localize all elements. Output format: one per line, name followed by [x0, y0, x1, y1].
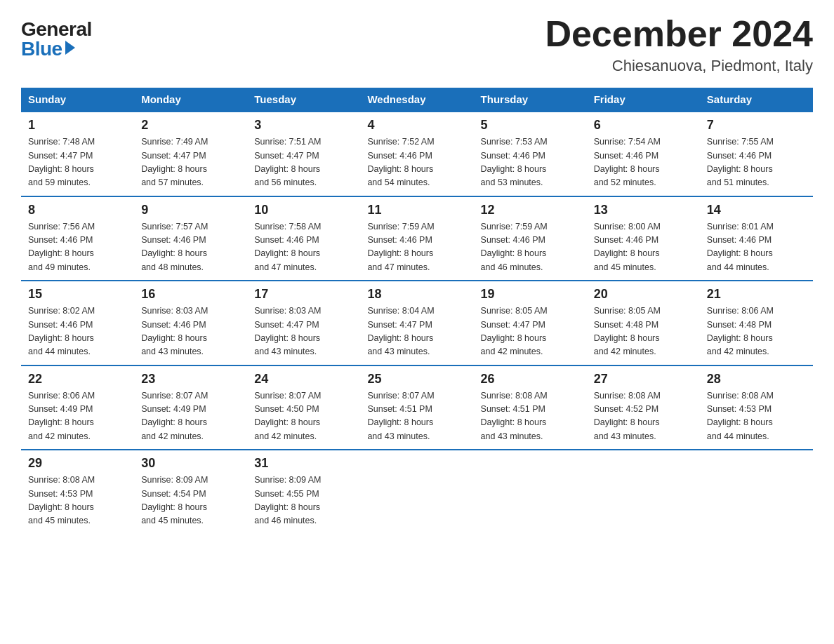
day-number: 15	[28, 287, 127, 302]
calendar-day-cell: 29 Sunrise: 8:08 AM Sunset: 4:53 PM Dayl…	[21, 450, 134, 534]
calendar-day-cell: 13 Sunrise: 8:00 AM Sunset: 4:46 PM Dayl…	[587, 196, 700, 281]
day-number: 20	[594, 287, 693, 302]
calendar-day-cell: 11 Sunrise: 7:59 AM Sunset: 4:46 PM Dayl…	[360, 196, 473, 281]
calendar-day-cell: 5 Sunrise: 7:53 AM Sunset: 4:46 PM Dayli…	[474, 112, 587, 196]
day-detail: Sunrise: 8:08 AM Sunset: 4:52 PM Dayligh…	[594, 389, 693, 444]
weekday-header-sunday: Sunday	[21, 88, 134, 112]
day-number: 24	[254, 372, 353, 387]
day-number: 12	[481, 203, 580, 217]
day-detail: Sunrise: 7:54 AM Sunset: 4:46 PM Dayligh…	[594, 135, 693, 190]
day-number: 13	[594, 203, 693, 217]
day-number: 9	[141, 203, 240, 217]
calendar-day-cell: 2 Sunrise: 7:49 AM Sunset: 4:47 PM Dayli…	[134, 112, 247, 196]
day-number: 1	[28, 118, 127, 133]
weekday-header-thursday: Thursday	[474, 88, 587, 112]
calendar-day-cell: 4 Sunrise: 7:52 AM Sunset: 4:46 PM Dayli…	[360, 112, 473, 196]
day-number: 4	[367, 118, 466, 133]
weekday-header-monday: Monday	[134, 88, 247, 112]
title-area: December 2024 Chiesanuova, Piedmont, Ita…	[545, 14, 813, 75]
calendar-day-cell: 8 Sunrise: 7:56 AM Sunset: 4:46 PM Dayli…	[21, 196, 134, 281]
day-detail: Sunrise: 8:02 AM Sunset: 4:46 PM Dayligh…	[28, 304, 127, 359]
page-header: General Blue December 2024 Chiesanuova, …	[21, 14, 813, 75]
day-number: 8	[28, 203, 127, 217]
day-detail: Sunrise: 7:51 AM Sunset: 4:47 PM Dayligh…	[254, 135, 353, 190]
calendar-day-cell	[587, 450, 700, 534]
day-number: 28	[707, 372, 806, 387]
calendar-day-cell: 24 Sunrise: 8:07 AM Sunset: 4:50 PM Dayl…	[247, 365, 360, 450]
calendar-day-cell: 28 Sunrise: 8:08 AM Sunset: 4:53 PM Dayl…	[700, 365, 813, 450]
day-detail: Sunrise: 8:03 AM Sunset: 4:46 PM Dayligh…	[141, 304, 240, 359]
day-detail: Sunrise: 7:58 AM Sunset: 4:46 PM Dayligh…	[254, 220, 353, 275]
day-detail: Sunrise: 8:08 AM Sunset: 4:51 PM Dayligh…	[481, 389, 580, 444]
day-number: 30	[141, 456, 240, 471]
day-detail: Sunrise: 8:08 AM Sunset: 4:53 PM Dayligh…	[707, 389, 806, 444]
day-number: 26	[481, 372, 580, 387]
weekday-header-tuesday: Tuesday	[247, 88, 360, 112]
day-number: 3	[254, 118, 353, 133]
day-detail: Sunrise: 8:05 AM Sunset: 4:47 PM Dayligh…	[481, 304, 580, 359]
day-detail: Sunrise: 8:04 AM Sunset: 4:47 PM Dayligh…	[367, 304, 466, 359]
day-detail: Sunrise: 8:00 AM Sunset: 4:46 PM Dayligh…	[594, 220, 693, 275]
calendar-day-cell	[700, 450, 813, 534]
day-detail: Sunrise: 7:57 AM Sunset: 4:46 PM Dayligh…	[141, 220, 240, 275]
weekday-header-wednesday: Wednesday	[360, 88, 473, 112]
calendar-day-cell: 25 Sunrise: 8:07 AM Sunset: 4:51 PM Dayl…	[360, 365, 473, 450]
day-number: 23	[141, 372, 240, 387]
day-detail: Sunrise: 7:56 AM Sunset: 4:46 PM Dayligh…	[28, 220, 127, 275]
day-number: 6	[594, 118, 693, 133]
day-number: 22	[28, 372, 127, 387]
calendar-body: 1 Sunrise: 7:48 AM Sunset: 4:47 PM Dayli…	[21, 112, 813, 534]
day-detail: Sunrise: 8:07 AM Sunset: 4:49 PM Dayligh…	[141, 389, 240, 444]
calendar-week-row: 15 Sunrise: 8:02 AM Sunset: 4:46 PM Dayl…	[21, 281, 813, 365]
day-detail: Sunrise: 8:06 AM Sunset: 4:48 PM Dayligh…	[707, 304, 806, 359]
day-number: 18	[367, 287, 466, 302]
day-detail: Sunrise: 8:03 AM Sunset: 4:47 PM Dayligh…	[254, 304, 353, 359]
day-number: 10	[254, 203, 353, 217]
day-detail: Sunrise: 7:59 AM Sunset: 4:46 PM Dayligh…	[367, 220, 466, 275]
calendar-week-row: 29 Sunrise: 8:08 AM Sunset: 4:53 PM Dayl…	[21, 450, 813, 534]
calendar-day-cell: 26 Sunrise: 8:08 AM Sunset: 4:51 PM Dayl…	[474, 365, 587, 450]
location-title: Chiesanuova, Piedmont, Italy	[545, 57, 813, 75]
calendar-day-cell: 20 Sunrise: 8:05 AM Sunset: 4:48 PM Dayl…	[587, 281, 700, 365]
day-number: 27	[594, 372, 693, 387]
logo: General Blue	[21, 20, 92, 59]
calendar-day-cell: 3 Sunrise: 7:51 AM Sunset: 4:47 PM Dayli…	[247, 112, 360, 196]
day-detail: Sunrise: 7:52 AM Sunset: 4:46 PM Dayligh…	[367, 135, 466, 190]
logo-blue-text: Blue	[21, 39, 75, 59]
month-title: December 2024	[545, 14, 813, 54]
day-detail: Sunrise: 7:53 AM Sunset: 4:46 PM Dayligh…	[481, 135, 580, 190]
weekday-header-friday: Friday	[587, 88, 700, 112]
day-detail: Sunrise: 8:07 AM Sunset: 4:51 PM Dayligh…	[367, 389, 466, 444]
day-number: 7	[707, 118, 806, 133]
calendar-week-row: 22 Sunrise: 8:06 AM Sunset: 4:49 PM Dayl…	[21, 365, 813, 450]
day-number: 2	[141, 118, 240, 133]
logo-general-text: General	[21, 20, 92, 39]
day-number: 19	[481, 287, 580, 302]
calendar-day-cell: 18 Sunrise: 8:04 AM Sunset: 4:47 PM Dayl…	[360, 281, 473, 365]
day-detail: Sunrise: 8:09 AM Sunset: 4:54 PM Dayligh…	[141, 474, 240, 528]
day-number: 25	[367, 372, 466, 387]
day-detail: Sunrise: 7:55 AM Sunset: 4:46 PM Dayligh…	[707, 135, 806, 190]
calendar-day-cell: 12 Sunrise: 7:59 AM Sunset: 4:46 PM Dayl…	[474, 196, 587, 281]
calendar-day-cell: 19 Sunrise: 8:05 AM Sunset: 4:47 PM Dayl…	[474, 281, 587, 365]
day-number: 5	[481, 118, 580, 133]
day-detail: Sunrise: 8:01 AM Sunset: 4:46 PM Dayligh…	[707, 220, 806, 275]
calendar-day-cell: 21 Sunrise: 8:06 AM Sunset: 4:48 PM Dayl…	[700, 281, 813, 365]
day-detail: Sunrise: 7:49 AM Sunset: 4:47 PM Dayligh…	[141, 135, 240, 190]
calendar-day-cell: 10 Sunrise: 7:58 AM Sunset: 4:46 PM Dayl…	[247, 196, 360, 281]
day-number: 21	[707, 287, 806, 302]
calendar-day-cell	[360, 450, 473, 534]
calendar-day-cell: 16 Sunrise: 8:03 AM Sunset: 4:46 PM Dayl…	[134, 281, 247, 365]
logo-triangle-icon	[65, 41, 75, 55]
day-detail: Sunrise: 8:09 AM Sunset: 4:55 PM Dayligh…	[254, 474, 353, 528]
calendar-day-cell: 31 Sunrise: 8:09 AM Sunset: 4:55 PM Dayl…	[247, 450, 360, 534]
calendar-day-cell: 22 Sunrise: 8:06 AM Sunset: 4:49 PM Dayl…	[21, 365, 134, 450]
day-number: 14	[707, 203, 806, 217]
day-number: 31	[254, 456, 353, 471]
day-detail: Sunrise: 8:05 AM Sunset: 4:48 PM Dayligh…	[594, 304, 693, 359]
day-number: 17	[254, 287, 353, 302]
calendar-day-cell: 15 Sunrise: 8:02 AM Sunset: 4:46 PM Dayl…	[21, 281, 134, 365]
calendar-day-cell: 9 Sunrise: 7:57 AM Sunset: 4:46 PM Dayli…	[134, 196, 247, 281]
calendar-day-cell: 7 Sunrise: 7:55 AM Sunset: 4:46 PM Dayli…	[700, 112, 813, 196]
day-number: 16	[141, 287, 240, 302]
